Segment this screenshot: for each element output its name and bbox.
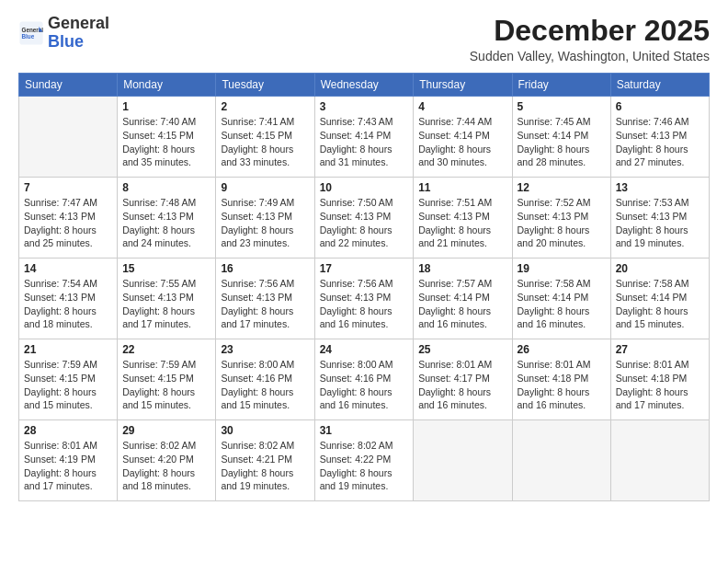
day-number: 26 [518,343,606,356]
day-info: Sunrise: 7:45 AMSunset: 4:14 PMDaylight:… [518,115,606,169]
calendar-day-cell: 8Sunrise: 7:48 AMSunset: 4:13 PMDaylight… [118,178,216,259]
weekday-header: Tuesday [216,74,314,97]
day-number: 29 [122,424,210,437]
calendar-day-cell: 4Sunrise: 7:44 AMSunset: 4:14 PMDaylight… [414,97,512,178]
day-info: Sunrise: 7:56 AMSunset: 4:13 PMDaylight:… [320,277,409,331]
logo-blue-text: Blue [48,32,84,51]
day-info: Sunrise: 7:43 AMSunset: 4:14 PMDaylight:… [320,115,409,169]
day-info: Sunrise: 7:54 AMSunset: 4:13 PMDaylight:… [24,277,112,331]
weekday-header: Friday [512,74,610,97]
calendar-day-cell [610,420,709,501]
day-number: 4 [418,100,506,113]
calendar-day-cell: 26Sunrise: 8:01 AMSunset: 4:18 PMDayligh… [512,339,610,420]
day-info: Sunrise: 7:58 AMSunset: 4:14 PMDaylight:… [518,277,606,331]
day-number: 11 [418,181,506,194]
calendar-day-cell: 29Sunrise: 8:02 AMSunset: 4:20 PMDayligh… [118,420,216,501]
calendar-day-cell: 1Sunrise: 7:40 AMSunset: 4:15 PMDaylight… [118,97,216,178]
day-number: 13 [616,181,704,194]
day-number: 10 [320,181,409,194]
title-block: December 2025 Sudden Valley, Washington,… [470,15,710,63]
calendar-day-cell: 13Sunrise: 7:53 AMSunset: 4:13 PMDayligh… [610,178,709,259]
day-number: 5 [518,100,606,113]
calendar-day-cell: 9Sunrise: 7:49 AMSunset: 4:13 PMDaylight… [216,178,314,259]
day-number: 27 [616,343,704,356]
calendar-week-row: 21Sunrise: 7:59 AMSunset: 4:15 PMDayligh… [19,339,710,420]
day-info: Sunrise: 7:48 AMSunset: 4:13 PMDaylight:… [122,196,210,250]
day-info: Sunrise: 8:01 AMSunset: 4:17 PMDaylight:… [418,358,506,412]
calendar-day-cell: 30Sunrise: 8:02 AMSunset: 4:21 PMDayligh… [216,420,314,501]
day-number: 12 [518,181,606,194]
day-info: Sunrise: 8:01 AMSunset: 4:18 PMDaylight:… [518,358,606,412]
day-number: 2 [221,100,309,113]
day-info: Sunrise: 7:52 AMSunset: 4:13 PMDaylight:… [518,196,606,250]
calendar-day-cell: 31Sunrise: 8:02 AMSunset: 4:22 PMDayligh… [314,420,414,501]
logo-icon: General Blue [18,20,44,46]
calendar-day-cell: 3Sunrise: 7:43 AMSunset: 4:14 PMDaylight… [314,97,414,178]
logo: General Blue General Blue [18,15,109,52]
day-info: Sunrise: 7:56 AMSunset: 4:13 PMDaylight:… [221,277,309,331]
day-info: Sunrise: 8:01 AMSunset: 4:19 PMDaylight:… [24,439,112,493]
calendar-week-row: 14Sunrise: 7:54 AMSunset: 4:13 PMDayligh… [19,259,710,339]
day-info: Sunrise: 7:41 AMSunset: 4:15 PMDaylight:… [221,115,309,169]
day-number: 14 [24,262,112,275]
day-info: Sunrise: 7:59 AMSunset: 4:15 PMDaylight:… [122,358,210,412]
day-info: Sunrise: 7:55 AMSunset: 4:13 PMDaylight:… [122,277,210,331]
calendar-day-cell: 22Sunrise: 7:59 AMSunset: 4:15 PMDayligh… [118,339,216,420]
calendar-day-cell: 27Sunrise: 8:01 AMSunset: 4:18 PMDayligh… [610,339,709,420]
calendar-header-row: SundayMondayTuesdayWednesdayThursdayFrid… [19,74,710,97]
day-info: Sunrise: 7:46 AMSunset: 4:13 PMDaylight:… [616,115,704,169]
day-info: Sunrise: 7:47 AMSunset: 4:13 PMDaylight:… [24,196,112,250]
day-number: 15 [122,262,210,275]
weekday-header: Saturday [610,74,709,97]
calendar-day-cell: 11Sunrise: 7:51 AMSunset: 4:13 PMDayligh… [414,178,512,259]
day-info: Sunrise: 8:00 AMSunset: 4:16 PMDaylight:… [221,358,309,412]
weekday-header: Thursday [414,74,512,97]
day-info: Sunrise: 8:02 AMSunset: 4:21 PMDaylight:… [221,439,309,493]
calendar-day-cell: 25Sunrise: 8:01 AMSunset: 4:17 PMDayligh… [414,339,512,420]
calendar-day-cell: 24Sunrise: 8:00 AMSunset: 4:16 PMDayligh… [314,339,414,420]
day-info: Sunrise: 7:50 AMSunset: 4:13 PMDaylight:… [320,196,409,250]
day-number: 25 [418,343,506,356]
calendar-day-cell: 17Sunrise: 7:56 AMSunset: 4:13 PMDayligh… [314,259,414,339]
calendar-day-cell: 10Sunrise: 7:50 AMSunset: 4:13 PMDayligh… [314,178,414,259]
day-info: Sunrise: 7:58 AMSunset: 4:14 PMDaylight:… [616,277,704,331]
day-number: 19 [518,262,606,275]
calendar-day-cell: 21Sunrise: 7:59 AMSunset: 4:15 PMDayligh… [19,339,118,420]
day-info: Sunrise: 7:51 AMSunset: 4:13 PMDaylight:… [418,196,506,250]
weekday-header: Monday [118,74,216,97]
day-info: Sunrise: 8:02 AMSunset: 4:22 PMDaylight:… [320,439,409,493]
day-info: Sunrise: 8:01 AMSunset: 4:18 PMDaylight:… [616,358,704,412]
day-info: Sunrise: 8:00 AMSunset: 4:16 PMDaylight:… [320,358,409,412]
calendar-day-cell [19,97,118,178]
svg-text:Blue: Blue [22,32,35,39]
calendar-week-row: 28Sunrise: 8:01 AMSunset: 4:19 PMDayligh… [19,420,710,501]
day-number: 24 [320,343,409,356]
calendar-day-cell: 5Sunrise: 7:45 AMSunset: 4:14 PMDaylight… [512,97,610,178]
calendar-day-cell: 18Sunrise: 7:57 AMSunset: 4:14 PMDayligh… [414,259,512,339]
calendar-day-cell: 16Sunrise: 7:56 AMSunset: 4:13 PMDayligh… [216,259,314,339]
day-number: 9 [221,181,309,194]
calendar-day-cell: 2Sunrise: 7:41 AMSunset: 4:15 PMDaylight… [216,97,314,178]
day-number: 6 [616,100,704,113]
day-number: 22 [122,343,210,356]
weekday-header: Sunday [19,74,118,97]
calendar-table: SundayMondayTuesdayWednesdayThursdayFrid… [18,73,710,501]
page-header: General Blue General Blue December 2025 … [18,15,710,63]
calendar-day-cell: 12Sunrise: 7:52 AMSunset: 4:13 PMDayligh… [512,178,610,259]
calendar-week-row: 7Sunrise: 7:47 AMSunset: 4:13 PMDaylight… [19,178,710,259]
day-info: Sunrise: 7:57 AMSunset: 4:14 PMDaylight:… [418,277,506,331]
day-number: 31 [320,424,409,437]
day-number: 23 [221,343,309,356]
calendar-day-cell: 15Sunrise: 7:55 AMSunset: 4:13 PMDayligh… [118,259,216,339]
calendar-day-cell [512,420,610,501]
page-container: General Blue General Blue December 2025 … [0,0,728,511]
day-number: 17 [320,262,409,275]
day-number: 30 [221,424,309,437]
day-info: Sunrise: 7:40 AMSunset: 4:15 PMDaylight:… [122,115,210,169]
calendar-day-cell: 19Sunrise: 7:58 AMSunset: 4:14 PMDayligh… [512,259,610,339]
logo-general-text: General [48,14,109,32]
calendar-week-row: 1Sunrise: 7:40 AMSunset: 4:15 PMDaylight… [19,97,710,178]
day-info: Sunrise: 8:02 AMSunset: 4:20 PMDaylight:… [122,439,210,493]
calendar-day-cell: 23Sunrise: 8:00 AMSunset: 4:16 PMDayligh… [216,339,314,420]
day-number: 20 [616,262,704,275]
